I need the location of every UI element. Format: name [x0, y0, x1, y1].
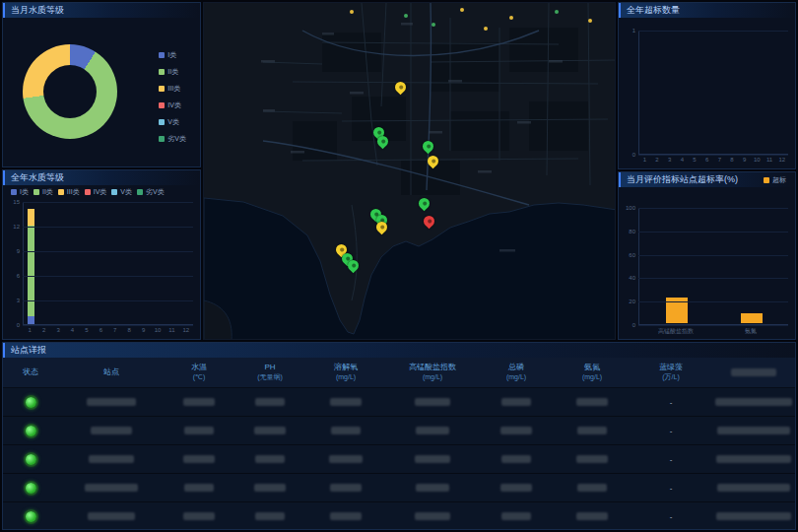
legend-item[interactable]: I类: [159, 50, 186, 60]
redacted-value: [87, 398, 136, 406]
x-axis-tick: 1: [638, 157, 651, 166]
legend-label: 劣V类: [146, 187, 165, 197]
redacted-value: [184, 484, 214, 492]
gridline: [638, 232, 788, 233]
gridline: [638, 208, 788, 209]
redacted-value: [254, 427, 286, 434]
gridline: [638, 301, 788, 302]
redacted-value: [717, 427, 790, 434]
redacted-value: [89, 455, 134, 463]
stacked-bar-segment[interactable]: [28, 316, 34, 324]
table-row[interactable]: -: [3, 417, 795, 445]
legend-item[interactable]: IV类: [159, 100, 186, 110]
redacted-value: [415, 512, 450, 520]
legend-label: II类: [42, 187, 53, 197]
gridline: [638, 155, 788, 156]
legend-swatch: [159, 119, 165, 125]
panel-title-annual-exceed: 全年超标数量: [619, 3, 795, 18]
y-axis-tick: 15: [7, 199, 20, 205]
annual-quality-legend: I类II类III类IV类V类劣V类: [11, 187, 169, 197]
table-cell: [165, 398, 233, 406]
table-cell: [710, 398, 796, 406]
redacted-value: [329, 455, 363, 463]
redacted-value: [415, 455, 450, 463]
status-indicator: [26, 511, 36, 522]
annual-quality-chart[interactable]: 03691215123456789101112: [7, 200, 196, 337]
panel-annual-exceed-count: 全年超标数量 01123456789101112: [618, 2, 796, 169]
month-quality-legend: I类II类III类IV类V类劣V类: [159, 50, 186, 151]
redacted-value: [501, 398, 531, 406]
table-cell: [58, 484, 165, 492]
table-cell: [480, 427, 553, 434]
redacted-value: [716, 455, 791, 463]
legend-item[interactable]: II类: [33, 187, 53, 197]
gridline: [23, 227, 193, 228]
redacted-value: [183, 455, 215, 463]
legend-item[interactable]: I类: [11, 187, 29, 197]
legend-label: V类: [120, 187, 132, 197]
redacted-value: [255, 398, 285, 406]
redacted-value: [183, 512, 215, 520]
stacked-bar-segment[interactable]: [28, 226, 34, 316]
y-axis-tick: 100: [623, 205, 635, 211]
legend-item[interactable]: 劣V类: [137, 187, 165, 197]
column-header-label: 溶解氧: [334, 363, 358, 372]
legend-swatch: [159, 52, 165, 58]
legend-swatch: [159, 86, 165, 92]
status-indicator: [26, 483, 36, 494]
month-quality-donut-chart[interactable]: [23, 44, 117, 139]
legend-swatch: [159, 69, 165, 75]
legend-item[interactable]: II类: [159, 67, 186, 77]
table-cell: [165, 512, 233, 520]
legend-item[interactable]: V类: [159, 117, 186, 127]
redacted-value: [255, 455, 285, 463]
legend-item[interactable]: III类: [58, 187, 80, 197]
y-axis-tick: 0: [7, 322, 20, 328]
table-cell: -: [632, 427, 710, 435]
status-cell: [3, 426, 58, 436]
column-header: 总磷(mg/L): [480, 363, 553, 382]
x-axis-tick: 8: [122, 327, 136, 337]
stacked-bar-segment[interactable]: [28, 209, 34, 226]
table-cell: [480, 484, 553, 492]
exceed-rate-chart[interactable]: 020406080100高锰酸盐指数氨氮: [623, 206, 791, 337]
column-header: PH(无量纲): [233, 363, 306, 382]
legend-item[interactable]: III类: [159, 84, 186, 94]
x-axis-labels: 123456789101112: [23, 327, 193, 337]
legend-label: I类: [20, 187, 29, 197]
table-cell: [385, 398, 480, 406]
gridline: [638, 255, 788, 256]
annual-exceed-chart[interactable]: 01123456789101112: [623, 29, 791, 166]
table-row[interactable]: -: [3, 474, 795, 502]
legend-swatch: [159, 102, 165, 108]
table-cell: -: [632, 512, 710, 521]
y-axis-tick: 60: [623, 252, 635, 258]
annual-quality-plot: [23, 202, 193, 325]
column-header-unit: (mg/L): [336, 372, 356, 382]
table-row[interactable]: -: [3, 388, 795, 417]
table-cell: [233, 455, 306, 463]
redacted-value: [415, 398, 450, 406]
legend-swatch: [111, 189, 117, 195]
panel-title-annual-quality: 全年水质等级: [3, 170, 200, 185]
column-header-unit: (mg/L): [423, 372, 442, 382]
legend-item[interactable]: V类: [111, 187, 132, 197]
table-cell: [710, 427, 796, 434]
city-map[interactable]: [203, 2, 616, 340]
legend-item[interactable]: 劣V类: [159, 134, 186, 144]
x-axis-tick: 9: [738, 157, 751, 166]
legend-item[interactable]: IV类: [85, 187, 107, 197]
legend-swatch: [137, 189, 143, 195]
table-cell: [385, 427, 480, 434]
gridline: [638, 278, 788, 279]
table-row[interactable]: -: [3, 445, 795, 474]
legend-item[interactable]: 超标: [764, 175, 786, 185]
redacted-header: [731, 368, 776, 376]
table-row[interactable]: -: [3, 502, 795, 530]
legend-label: III类: [167, 84, 180, 94]
rate-bar[interactable]: [741, 313, 763, 323]
redacted-value: [255, 512, 285, 520]
table-cell: [58, 512, 165, 520]
table-cell: [165, 455, 233, 463]
panel-title-station-table: 站点详报: [3, 343, 795, 358]
